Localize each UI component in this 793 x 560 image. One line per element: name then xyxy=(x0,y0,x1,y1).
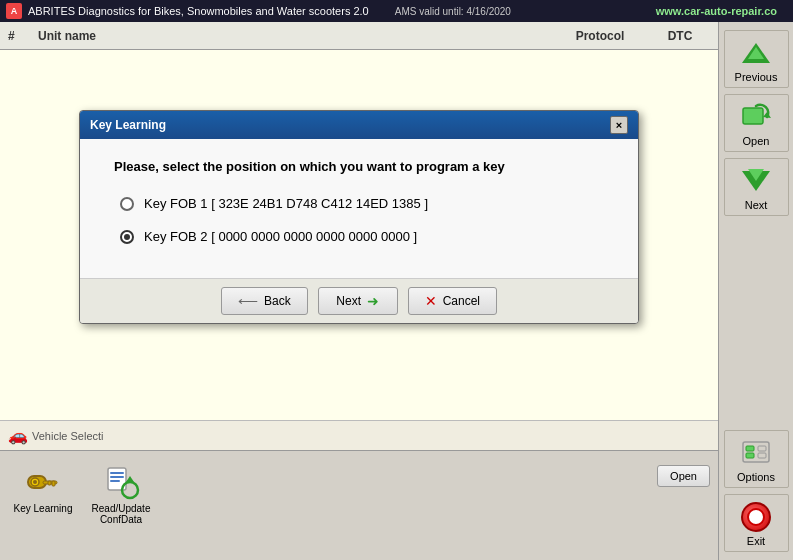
key-learning-dialog: Key Learning × Please, select the positi… xyxy=(79,110,639,324)
radio-fob1[interactable] xyxy=(120,197,134,211)
table-body: Key Learning × Please, select the positi… xyxy=(0,50,718,420)
svg-rect-5 xyxy=(48,481,51,485)
app-logo: A xyxy=(6,3,22,19)
radio-fob2-label: Key FOB 2 [ 0000 0000 0000 0000 0000 000… xyxy=(144,229,417,244)
confdata-icon-item[interactable]: Read/Update ConfData xyxy=(86,457,156,529)
svg-marker-10 xyxy=(126,476,134,482)
modal-title: Key Learning xyxy=(90,118,166,132)
svg-rect-4 xyxy=(52,481,55,486)
back-button[interactable]: ⟵ Back xyxy=(221,287,308,315)
right-sidebar: Previous Open Next xyxy=(718,22,793,560)
title-bar-left: A ABRITES Diagnostics for Bikes, Snowmob… xyxy=(6,3,511,19)
cancel-icon: ✕ xyxy=(425,293,437,309)
confdata-svg xyxy=(102,462,140,500)
previous-label: Previous xyxy=(735,71,778,83)
svg-marker-12 xyxy=(763,112,771,118)
next-label: Next xyxy=(336,294,361,308)
next-icon: ➜ xyxy=(367,293,379,309)
back-icon: ⟵ xyxy=(238,293,258,309)
svg-rect-16 xyxy=(758,446,766,451)
next-sidebar-icon xyxy=(738,163,774,199)
vehicle-icon: 🚗 xyxy=(8,426,28,445)
next-sidebar-button[interactable]: Next xyxy=(724,158,789,216)
ams-label: AMS valid until: 4/16/2020 xyxy=(395,6,511,17)
previous-icon xyxy=(738,35,774,71)
svg-rect-8 xyxy=(110,476,124,478)
svg-rect-17 xyxy=(758,453,766,458)
open-button-bottom[interactable]: Open xyxy=(657,465,710,487)
modal-body: Please, select the position on which you… xyxy=(80,139,638,278)
open-sidebar-button[interactable]: Open xyxy=(724,94,789,152)
open-sidebar-icon xyxy=(738,99,774,135)
open-sidebar-label: Open xyxy=(743,135,770,147)
radio-option-fob1[interactable]: Key FOB 1 [ 323E 24B1 D748 C412 14ED 138… xyxy=(110,196,608,211)
svg-rect-15 xyxy=(746,453,754,458)
options-label: Options xyxy=(737,471,775,483)
modal-close-button[interactable]: × xyxy=(610,116,628,134)
cancel-label: Cancel xyxy=(443,294,480,308)
options-button[interactable]: Options xyxy=(724,430,789,488)
next-sidebar-label: Next xyxy=(745,199,768,211)
modal-titlebar: Key Learning × xyxy=(80,111,638,139)
app-title: ABRITES Diagnostics for Bikes, Snowmobil… xyxy=(28,5,369,17)
modal-question: Please, select the position on which you… xyxy=(114,159,608,174)
bottom-panel: Key Learning Read/Update ConfData xyxy=(0,450,718,560)
cancel-button[interactable]: ✕ Cancel xyxy=(408,287,497,315)
svg-point-2 xyxy=(33,480,37,484)
svg-rect-14 xyxy=(746,446,754,451)
key-learning-icon xyxy=(23,461,63,501)
exit-button[interactable]: Exit xyxy=(724,494,789,552)
col-dtc: DTC xyxy=(650,29,710,43)
svg-rect-7 xyxy=(110,472,124,474)
title-bar: A ABRITES Diagnostics for Bikes, Snowmob… xyxy=(0,0,793,22)
next-button[interactable]: Next ➜ xyxy=(318,287,398,315)
col-protocol: Protocol xyxy=(550,29,650,43)
open-btn-container: Open xyxy=(657,457,710,487)
radio-fob1-label: Key FOB 1 [ 323E 24B1 D748 C412 14ED 138… xyxy=(144,196,428,211)
col-hash: # xyxy=(8,29,38,43)
svg-rect-11 xyxy=(743,108,763,124)
content-area: # Unit name Protocol DTC Key Learning × … xyxy=(0,22,718,560)
key-learning-label: Key Learning xyxy=(14,503,73,514)
key-learning-svg xyxy=(24,462,62,500)
radio-fob2[interactable] xyxy=(120,230,134,244)
svg-rect-9 xyxy=(110,480,120,482)
open-btn-label: Open xyxy=(670,470,697,482)
main-container: # Unit name Protocol DTC Key Learning × … xyxy=(0,22,793,560)
confdata-icon xyxy=(101,461,141,501)
svg-rect-13 xyxy=(743,442,769,462)
vehicle-panel: 🚗 Vehicle Selecti xyxy=(0,420,718,450)
back-label: Back xyxy=(264,294,291,308)
radio-option-fob2[interactable]: Key FOB 2 [ 0000 0000 0000 0000 0000 000… xyxy=(110,229,608,244)
exit-icon xyxy=(738,499,774,535)
modal-footer: ⟵ Back Next ➜ ✕ Cancel xyxy=(80,278,638,323)
table-header: # Unit name Protocol DTC xyxy=(0,22,718,50)
exit-label: Exit xyxy=(747,535,765,547)
vehicle-panel-label: Vehicle Selecti xyxy=(32,430,104,442)
options-icon xyxy=(738,435,774,471)
previous-button[interactable]: Previous xyxy=(724,30,789,88)
confdata-label: Read/Update ConfData xyxy=(92,503,151,525)
modal-overlay: Key Learning × Please, select the positi… xyxy=(0,50,718,420)
website-url: www.car-auto-repair.co xyxy=(656,5,777,17)
key-learning-icon-item[interactable]: Key Learning xyxy=(8,457,78,518)
col-unit-name: Unit name xyxy=(38,29,550,43)
